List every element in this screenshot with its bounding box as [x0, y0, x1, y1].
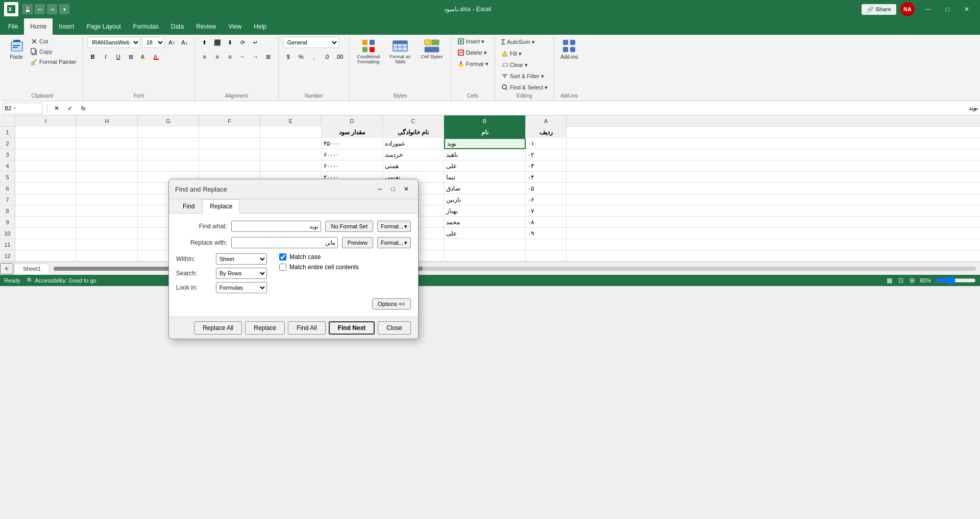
decrease-decimal-btn[interactable]: .0 — [321, 51, 332, 62]
dialog-tab-replace[interactable]: Replace — [202, 199, 240, 214]
border-button[interactable]: ⊞ — [126, 51, 137, 62]
cell-b6[interactable]: صادق — [444, 183, 526, 194]
fill-color-button[interactable]: A — [138, 51, 150, 62]
align-bottom-btn[interactable]: ⬇ — [225, 37, 236, 48]
row-num-4[interactable]: 4 — [0, 160, 15, 172]
col-header-b[interactable]: B — [444, 115, 526, 127]
cell-i2[interactable] — [15, 138, 77, 149]
cell-i5[interactable] — [15, 172, 77, 183]
row-num-6[interactable]: 6 — [0, 183, 15, 194]
look-in-select[interactable]: Formulas Values Notes — [216, 282, 267, 293]
cell-a12[interactable] — [526, 250, 567, 262]
close-dialog-btn[interactable]: Close — [378, 321, 411, 335]
cell-h11[interactable] — [77, 239, 138, 250]
sort-filter-button[interactable]: Sort & Filter ▾ — [499, 72, 546, 81]
font-color-button[interactable]: A — [151, 51, 162, 62]
row-num-7[interactable]: 7 — [0, 194, 15, 205]
col-header-g[interactable]: G — [138, 115, 199, 127]
insert-cells-button[interactable]: Insert ▾ — [455, 37, 487, 46]
cell-d4[interactable]: ۶۰۰۰۰ — [322, 160, 383, 172]
cell-b8[interactable]: بهناز — [444, 205, 526, 217]
cell-f2[interactable] — [199, 138, 260, 149]
cell-h1[interactable] — [77, 127, 138, 138]
cell-h6[interactable] — [77, 183, 138, 194]
cell-i3[interactable] — [15, 149, 77, 160]
cell-c2[interactable]: عموزاده — [383, 138, 444, 149]
cell-i7[interactable] — [15, 194, 77, 205]
clear-button[interactable]: Clear ▾ — [499, 60, 530, 69]
align-center-btn[interactable]: ≡ — [212, 51, 223, 62]
increase-font-btn[interactable]: A↑ — [166, 37, 178, 48]
cell-f1[interactable] — [199, 127, 260, 138]
italic-button[interactable]: I — [100, 51, 111, 62]
cell-a6[interactable]: ۰۵ — [526, 183, 567, 194]
align-right-btn[interactable]: ≡ — [225, 51, 236, 62]
format-cells-button[interactable]: Format ▾ — [455, 59, 491, 68]
row-num-8[interactable]: 8 — [0, 205, 15, 217]
normal-view-btn[interactable]: ▦ — [886, 276, 893, 285]
conditional-formatting-button[interactable]: Conditional Formatting — [354, 37, 383, 65]
preview-btn[interactable]: Preview — [342, 237, 373, 248]
col-header-h[interactable]: H — [77, 115, 138, 127]
cell-a1[interactable]: ردیف — [526, 127, 567, 138]
cell-e1[interactable] — [260, 127, 322, 138]
cell-h7[interactable] — [77, 194, 138, 205]
fill-button[interactable]: Fill ▾ — [499, 49, 524, 58]
font-size-select[interactable]: 18 — [142, 37, 165, 48]
save-btn[interactable]: 💾 — [22, 4, 33, 14]
cell-e2[interactable] — [260, 138, 322, 149]
tab-review[interactable]: Review — [190, 18, 222, 35]
cell-b9[interactable]: محمد — [444, 217, 526, 228]
autosum-button[interactable]: Σ AutoSum ▾ — [499, 37, 537, 47]
col-header-f[interactable]: F — [199, 115, 260, 127]
formula-input[interactable] — [91, 103, 978, 114]
cell-h3[interactable] — [77, 149, 138, 160]
cell-g4[interactable] — [138, 160, 199, 172]
cell-i1[interactable] — [15, 127, 77, 138]
decrease-font-btn[interactable]: A↓ — [179, 37, 190, 48]
col-header-e[interactable]: E — [260, 115, 322, 127]
find-format-btn[interactable]: Format... ▾ — [377, 221, 411, 232]
minimize-btn[interactable]: ─ — [919, 2, 937, 16]
decrease-indent-btn[interactable]: ← — [237, 51, 249, 62]
find-next-btn[interactable]: Find Next — [329, 321, 375, 335]
tab-home[interactable]: Home — [24, 18, 53, 35]
cell-c3[interactable]: خردمند — [383, 149, 444, 160]
tab-view[interactable]: View — [223, 18, 248, 35]
col-header-d[interactable]: D — [322, 115, 383, 127]
tab-insert[interactable]: Insert — [53, 18, 80, 35]
cell-i12[interactable] — [15, 250, 77, 262]
customize-btn[interactable]: ▾ — [59, 4, 69, 14]
row-num-12[interactable]: 12 — [0, 250, 15, 262]
page-break-view-btn[interactable]: ⊞ — [909, 276, 916, 285]
cell-e4[interactable] — [260, 160, 322, 172]
tab-file[interactable]: File — [2, 18, 24, 35]
wrap-text-btn[interactable]: ↵ — [250, 37, 261, 48]
cell-h9[interactable] — [77, 217, 138, 228]
cell-d3[interactable]: ۶۰۰۰۰ — [322, 149, 383, 160]
cell-e3[interactable] — [260, 149, 322, 160]
cell-b5[interactable]: نیما — [444, 172, 526, 183]
comma-btn[interactable]: , — [308, 51, 320, 62]
align-left-btn[interactable]: ≡ — [199, 51, 210, 62]
merge-btn[interactable]: ⊞ — [263, 51, 274, 62]
cell-g3[interactable] — [138, 149, 199, 160]
format-painter-button[interactable]: Format Painter — [29, 57, 79, 66]
tab-page-layout[interactable]: Page Layout — [80, 18, 127, 35]
dialog-tab-find[interactable]: Find — [175, 199, 202, 214]
font-name-select[interactable]: IRANSansWeb — [87, 37, 140, 48]
cell-i8[interactable] — [15, 205, 77, 217]
add-sheet-btn[interactable]: + — [0, 263, 13, 274]
options-btn[interactable]: Options << — [372, 298, 411, 310]
row-num-3[interactable]: 3 — [0, 149, 15, 160]
add-ins-button[interactable]: Add-ins — [558, 37, 580, 61]
cell-b10[interactable]: علی — [444, 228, 526, 239]
tab-help[interactable]: Help — [248, 18, 273, 35]
tab-formulas[interactable]: Formulas — [127, 18, 165, 35]
zoom-slider[interactable] — [935, 276, 976, 285]
cell-b12[interactable] — [444, 250, 526, 262]
cell-a8[interactable]: ۰۷ — [526, 205, 567, 217]
find-select-button[interactable]: Find & Select ▾ — [499, 83, 550, 92]
cell-b2[interactable]: نوید — [444, 138, 526, 149]
cell-c1[interactable]: نام خانوادگی — [383, 127, 444, 138]
